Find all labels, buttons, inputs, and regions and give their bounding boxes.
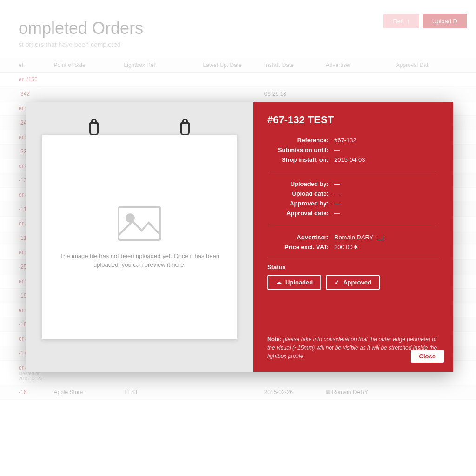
uploaded-button[interactable]: Uploaded [267,275,321,290]
status-buttons: Uploaded Approved [267,275,439,290]
email-icon[interactable] [377,236,383,240]
price-label: Price excl. VAT: [267,242,332,252]
svg-rect-0 [119,207,160,240]
shop-install-label: Shop install. on: [267,155,332,165]
reference-value: #67-132 [332,135,439,145]
detail-row-price: Price excl. VAT: 200.00 € [267,242,439,252]
approval-date-label: Approval date: [267,208,332,218]
detail-row-advertiser: Advertiser: Romain DARY [267,232,439,242]
image-placeholder: The image file has not been uploaded yet… [56,205,223,270]
approved-by-value: — [332,198,439,208]
submission-value: — [332,145,439,155]
advertiser-value: Romain DARY [332,232,439,242]
submission-label: Submission until: [267,145,332,155]
status-label: Status [267,264,439,271]
advertiser-label: Advertiser: [267,232,332,242]
checkmark-icon [334,279,340,286]
clip-right [179,119,191,135]
image-icon [116,205,163,242]
uploaded-by-value: — [332,179,439,189]
detail-row-submission: Submission until: — [267,145,439,155]
shop-install-value: 2015-04-03 [332,155,439,165]
detail-row-approval-date: Approval date: — [267,208,439,218]
approved-by-label: Approved by: [267,198,332,208]
modal-image-panel: The image file has not been uploaded yet… [26,102,253,372]
modal-details-panel: #67-132 TEST Reference: #67-132 Submissi… [253,102,453,372]
upload-date-value: — [332,189,439,198]
detail-table: Reference: #67-132 Submission until: — S… [267,135,439,252]
approved-button[interactable]: Approved [326,275,380,290]
detail-row-approved-by: Approved by: — [267,198,439,208]
detail-row-uploaded-by: Uploaded by: — [267,179,439,189]
price-value: 200.00 € [332,242,439,252]
upload-cloud-icon [276,279,283,286]
detail-row-upload-date: Upload date: — [267,189,439,198]
uploaded-by-label: Uploaded by: [267,179,332,189]
detail-row-reference: Reference: #67-132 [267,135,439,145]
modal-title: #67-132 TEST [267,114,439,126]
image-placeholder-text: The image file has not been uploaded yet… [56,251,223,270]
approval-date-value: — [332,208,439,218]
reference-label: Reference: [267,135,332,145]
image-paper: The image file has not been uploaded yet… [42,135,237,339]
clip-left [88,119,99,135]
upload-date-label: Upload date: [267,189,332,198]
modal: The image file has not been uploaded yet… [26,102,453,372]
detail-row-shop-install: Shop install. on: 2015-04-03 [267,155,439,165]
note-prefix: Note: [267,336,282,343]
close-button[interactable]: Close [411,350,444,363]
